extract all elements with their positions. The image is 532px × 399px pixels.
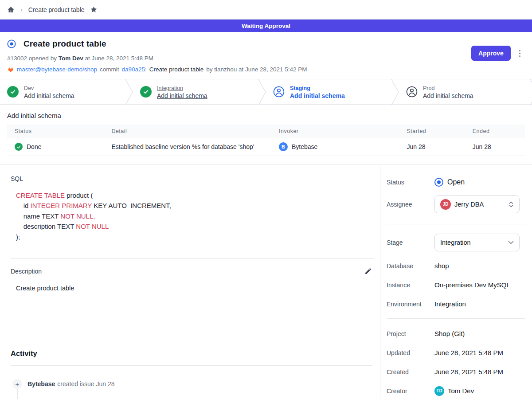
column-header-ended: Ended [466, 125, 525, 138]
status-value: Open [447, 178, 465, 186]
table-row[interactable]: DoneEstablished baseline version %s for … [7, 138, 525, 156]
activity-actor: Bytebase [27, 380, 55, 387]
pipeline-stage-bar: DevAdd initial schemaIntegrationAdd init… [0, 79, 532, 105]
task-section-title: Add initial schema [7, 112, 525, 119]
stage-separator [0, 79, 532, 105]
assignee-select[interactable]: JD Jerry DBA [434, 196, 520, 213]
column-header-invoker: Invoker [272, 125, 399, 138]
column-header-status: Status [7, 125, 104, 138]
issue-id: #13002 [7, 55, 27, 62]
breadcrumb-title[interactable]: Create product table [28, 6, 85, 13]
edit-description-icon[interactable] [364, 267, 372, 275]
assignee-avatar: JD [440, 199, 451, 210]
sidebar-row-assignee: Assignee JD Jerry DBA [387, 196, 525, 213]
approve-button[interactable]: Approve [471, 46, 511, 61]
sql-code-block: CREATE TABLE product ( id INTEGER PRIMAR… [11, 190, 374, 243]
gitlab-icon [7, 66, 14, 73]
activity-item: + Bytebasecreated issue Jun 28 [11, 379, 374, 389]
creator-value: Tom Dev [448, 387, 474, 395]
column-header-detail: Detail [104, 125, 272, 138]
issue-meta: #13002 opened by Tom Dev at June 28, 202… [7, 55, 525, 62]
task-invoker: Bytebase [292, 143, 317, 150]
environment-value: Integration [434, 300, 466, 308]
creator-avatar: TD [434, 386, 444, 396]
activity-heading: Activity [11, 349, 374, 358]
project-value: Shop (Git) [434, 330, 465, 337]
stepper-icon [509, 201, 514, 208]
created-value: June 28, 2021 5:48 PM [434, 368, 503, 376]
sidebar-row-environment: Environment Integration [387, 300, 525, 308]
task-status: Done [27, 143, 41, 150]
database-value: shop [434, 262, 449, 270]
description-text: Create product table [11, 285, 374, 292]
task-table: StatusDetailInvokerStartedEnded DoneEsta… [7, 125, 525, 156]
status-banner: Waiting Approval [0, 20, 532, 32]
task-done-icon [15, 143, 23, 151]
divider [11, 365, 372, 366]
sidebar-divider [387, 318, 525, 319]
updated-value: June 28, 2021 5:48 PM [434, 349, 503, 356]
sidebar-row-updated: Updated June 28, 2021 5:48 PM [387, 349, 525, 357]
sql-label: SQL [11, 175, 374, 182]
sidebar-row-status: Status Open [387, 176, 525, 188]
activity-action: created issue Jun 28 [57, 380, 114, 387]
sidebar-row-created: Created June 28, 2021 5:48 PM [387, 368, 525, 376]
commit-message: Create product table [149, 66, 203, 73]
column-header-started: Started [400, 125, 466, 138]
chevron-down-icon [508, 241, 514, 244]
breadcrumb: › Create product table [0, 0, 532, 20]
description-label: Description [11, 268, 42, 275]
sidebar-row-database: Database shop [387, 262, 525, 270]
issue-author: Tom Dev [59, 55, 83, 62]
sidebar-row-instance: Instance On-premises Dev MySQL [387, 281, 525, 289]
star-icon[interactable] [90, 6, 98, 13]
divider [11, 258, 374, 259]
breadcrumb-separator: › [20, 6, 23, 13]
sidebar-divider [387, 224, 525, 224]
task-started: Jun 28 [400, 138, 466, 156]
plus-icon: + [12, 379, 22, 389]
kebab-menu[interactable] [516, 46, 523, 61]
home-icon[interactable] [7, 6, 15, 13]
task-detail: Established baseline version %s for data… [104, 138, 272, 156]
page-title: Create product table [23, 39, 106, 49]
stage-select[interactable]: Integration [434, 234, 520, 251]
status-open-icon [434, 178, 443, 187]
sidebar-row-stage: Stage Integration [387, 234, 525, 251]
timeline-connector [17, 389, 18, 399]
instance-value: On-premises Dev MySQL [434, 281, 510, 289]
commit-link[interactable]: da90a25: [122, 66, 147, 73]
issue-open-icon [7, 39, 16, 48]
task-section: Add initial schema StatusDetailInvokerSt… [0, 105, 532, 164]
git-commit-line: master@bytebase-demo/shop commit da90a25… [7, 66, 525, 73]
sidebar-row-project: Project Shop (Git) [387, 330, 525, 338]
issue-header: Create product table Approve #13002 open… [0, 32, 532, 79]
commit-meta: by tianzhou at June 28, 2021 5:42 PM [206, 66, 307, 73]
branch-link[interactable]: master@bytebase-demo/shop [17, 66, 97, 73]
invoker-avatar: B [279, 142, 288, 151]
task-ended: Jun 28 [466, 138, 525, 156]
sidebar-row-creator: Creator TD Tom Dev [387, 386, 525, 396]
sidebar: Status Open Assignee JD Jerry DBA Stage … [380, 164, 532, 399]
